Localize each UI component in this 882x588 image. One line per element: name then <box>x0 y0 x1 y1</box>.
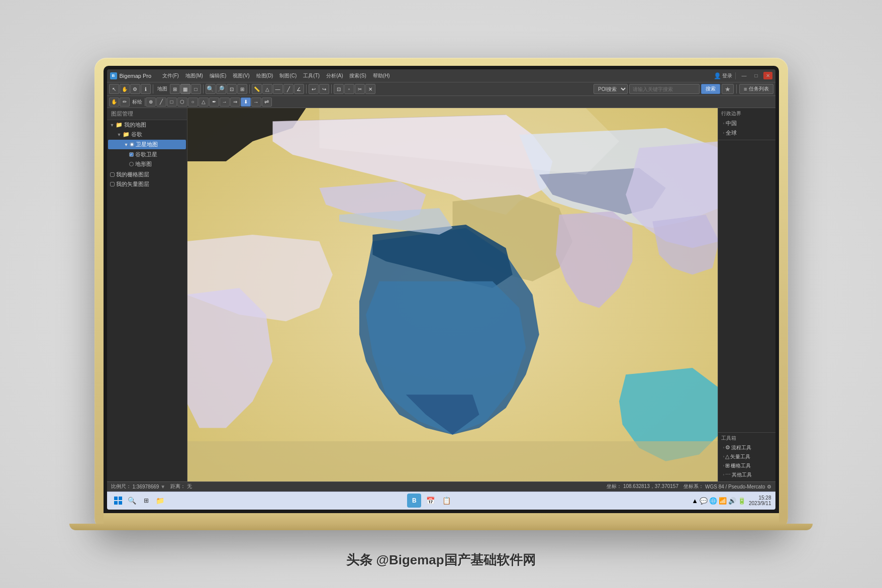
admin-title: 行政边界 <box>721 110 772 117</box>
taskview-btn[interactable]: ⊞ <box>139 494 153 508</box>
menu-file[interactable]: 文件(F) <box>159 71 182 80</box>
clock-time: 15:28 <box>758 495 771 501</box>
menu-search[interactable]: 搜索(S) <box>346 71 369 80</box>
tool-vector[interactable]: › △ 矢量工具 <box>721 452 772 461</box>
chevron-global: › <box>723 131 725 135</box>
tree-google-satellite[interactable]: ✓ 谷歌卫星 <box>107 150 187 159</box>
search-input[interactable] <box>629 84 700 94</box>
measure-area[interactable]: △ <box>262 84 272 94</box>
menu-tools[interactable]: 工具(T) <box>300 71 323 80</box>
taskbar-search[interactable]: 🔍 <box>125 494 139 508</box>
search-type-select[interactable]: POI搜索 <box>594 84 628 94</box>
admin-china[interactable]: › 中国 <box>721 119 772 128</box>
toolbar-row2: ✋ ✏ 标绘 ⊕ ╱ □ ⬡ ○ △ ✒ → ⇒ ⬇ → ⇌ <box>107 96 775 108</box>
tool-download[interactable]: ⬇ <box>241 97 251 107</box>
zoom-in[interactable]: 🔍 <box>206 84 216 94</box>
watermark: 头条 @Bigemap国产基础软件网 <box>346 551 535 569</box>
tool-other[interactable]: › ⋯ 其他工具 <box>721 470 772 479</box>
tool-douarrow[interactable]: ⇒ <box>230 97 240 107</box>
toolbar-btn-map1[interactable]: ⊞ <box>170 84 180 94</box>
menu-help[interactable]: 帮助(H) <box>370 71 393 80</box>
menu-map[interactable]: 地图(M) <box>182 71 206 80</box>
menu-analysis[interactable]: 分析(A) <box>323 71 346 80</box>
win-minimize[interactable]: — <box>739 72 749 79</box>
measure-distance[interactable]: 📏 <box>252 84 262 94</box>
tray-chat[interactable]: 💬 <box>700 497 708 505</box>
admin-global[interactable]: › 全球 <box>721 128 772 138</box>
tray-speaker[interactable]: 🔊 <box>728 497 736 505</box>
tray-network[interactable]: 🌐 <box>709 497 717 505</box>
tree-terrain[interactable]: 地形图 <box>107 159 187 169</box>
copy[interactable]: ⊡ <box>334 84 344 94</box>
toolbar-btn-pan[interactable]: ✋ <box>120 84 130 94</box>
menu-edit[interactable]: 编辑(E) <box>207 71 229 80</box>
explorer-btn[interactable]: 📁 <box>153 494 167 508</box>
toolbar-btn-info[interactable]: ℹ <box>141 84 151 94</box>
tree-google[interactable]: ▼ 📁 谷歌 <box>107 130 187 139</box>
map-area[interactable] <box>187 108 718 481</box>
tool-rect[interactable]: □ <box>167 97 177 107</box>
toolbar-btn-map2[interactable]: ▦ <box>180 84 190 94</box>
tool-arrow[interactable]: → <box>220 97 230 107</box>
bookmark-btn[interactable]: ★ <box>722 84 734 94</box>
crs-settings[interactable]: ⚙ <box>767 484 771 489</box>
user-login[interactable]: 👤 登录 <box>714 72 732 79</box>
toolbar-btn-map3[interactable]: □ <box>191 84 201 94</box>
tree-satellite-map[interactable]: ▼ 卫星地图 <box>108 140 186 149</box>
tool-raster[interactable]: › ⊞ 栅格工具 <box>721 461 772 470</box>
win-close[interactable]: ✕ <box>763 72 772 79</box>
chevron-down: ▼ <box>110 123 115 128</box>
win-maximize[interactable]: □ <box>752 72 760 79</box>
zoom-extent[interactable]: ⊡ <box>227 84 237 94</box>
tool-polygon[interactable]: ⬡ <box>177 97 187 107</box>
scale-dropdown[interactable]: ▼ <box>160 484 165 489</box>
laptop-base <box>104 513 779 524</box>
cut[interactable]: ✂ <box>355 84 365 94</box>
toolbar-sep6 <box>736 84 737 93</box>
zoom-out[interactable]: 🔎 <box>216 84 226 94</box>
list-taskbar[interactable]: 📋 <box>439 494 453 508</box>
start-button[interactable] <box>111 494 125 508</box>
satellite-map-label: 卫星地图 <box>136 141 158 148</box>
tool-backward[interactable]: ⇌ <box>262 97 272 107</box>
clock[interactable]: 15:28 2023/9/11 <box>749 495 771 506</box>
radio-fill <box>131 143 133 146</box>
toolbar-btn-pointer[interactable]: ↖ <box>109 84 119 94</box>
tool-hand[interactable]: ✋ <box>109 97 119 107</box>
tool-node[interactable]: ⊕ <box>146 97 156 107</box>
zoom-selection[interactable]: ⊞ <box>237 84 247 94</box>
redo[interactable]: ↪ <box>319 84 329 94</box>
tray-battery[interactable]: 🔋 <box>738 497 746 505</box>
measure-polyline[interactable]: ╱ <box>283 84 293 94</box>
menu-view[interactable]: 视图(V) <box>230 71 252 80</box>
calendar-taskbar[interactable]: 📅 <box>423 494 437 508</box>
search-button[interactable]: 搜索 <box>701 84 720 94</box>
tree-raster-layer[interactable]: 我的栅格图层 <box>107 170 187 179</box>
tool-pencil[interactable]: ✏ <box>120 97 130 107</box>
tool-line[interactable]: ╱ <box>156 97 166 107</box>
measure-line[interactable]: — <box>273 84 283 94</box>
delete[interactable]: ✕ <box>365 84 375 94</box>
tool-pen[interactable]: ✒ <box>209 97 219 107</box>
tasklist-button[interactable]: ≡ 任务列表 <box>739 84 773 94</box>
tree-my-maps[interactable]: ▼ 📁 我的地图 <box>107 120 187 130</box>
measure-angle[interactable]: ∠ <box>294 84 304 94</box>
checkbox-icon: ✓ <box>129 152 134 157</box>
tree-vector-layer[interactable]: 我的矢量图层 <box>107 179 187 189</box>
system-tray: ▲ 💬 🌐 📶 🔊 🔋 <box>692 497 746 505</box>
tray-up[interactable]: ▲ <box>692 497 698 505</box>
menu-chart[interactable]: 制图(C) <box>276 71 300 80</box>
distance-value: 无 <box>187 483 192 490</box>
tray-wifi[interactable]: 📶 <box>719 497 727 505</box>
menu-draw[interactable]: 绘图(D) <box>253 71 276 80</box>
paste[interactable]: ▫ <box>344 84 354 94</box>
tool-circle[interactable]: ○ <box>188 97 198 107</box>
tool-process[interactable]: › ⚙ 流程工具 <box>721 443 772 452</box>
tool-triangle[interactable]: △ <box>199 97 209 107</box>
calendar-icon: 📅 <box>426 497 435 505</box>
toolbar-btn-settings[interactable]: ⚙ <box>130 84 140 94</box>
undo[interactable]: ↩ <box>309 84 319 94</box>
bigemap-taskbar[interactable]: B <box>407 494 421 508</box>
crs-info: 坐标系： WGS 84 / Pseudo-Mercato ⚙ <box>683 483 771 490</box>
tool-forward[interactable]: → <box>251 97 261 107</box>
